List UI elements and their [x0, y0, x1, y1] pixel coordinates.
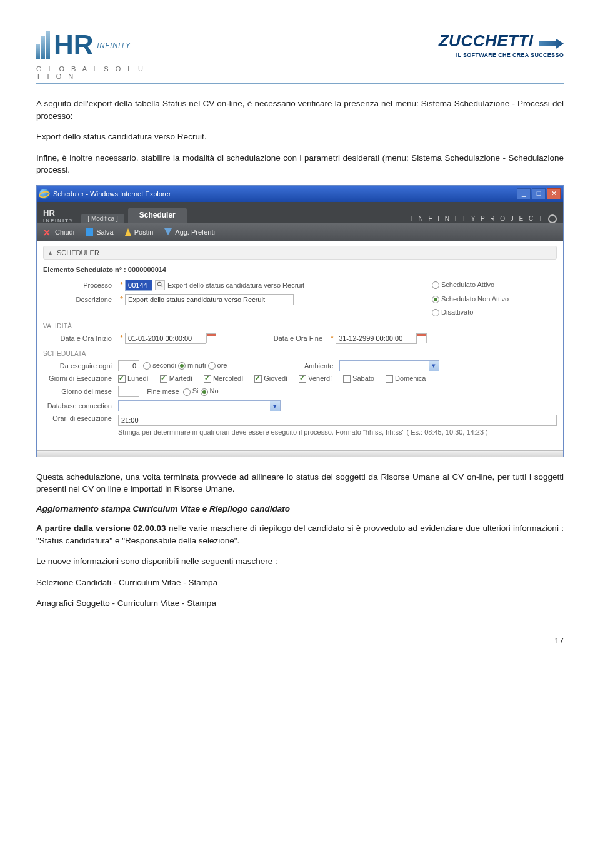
svg-line-1	[161, 286, 162, 288]
processo-input[interactable]	[125, 280, 152, 291]
required-icon: *	[118, 280, 125, 290]
orari-input[interactable]	[118, 415, 557, 426]
hr-logo-tagline: G L O B A L S O L U T I O N	[36, 65, 155, 80]
arrow-icon	[539, 39, 564, 49]
paragraph-1: A seguito dell'export della tabella Stat…	[36, 98, 564, 122]
check-sabato[interactable]: Sabato	[343, 375, 374, 383]
orari-hint: Stringa per determinare in quali orari d…	[118, 428, 557, 437]
validita-divider: VALIDITÀ	[43, 323, 557, 330]
hr-logo-sub: INFINITY	[98, 41, 131, 49]
db-connection-select[interactable]: ▾	[118, 400, 281, 411]
chevron-down-icon: ▾	[270, 401, 280, 411]
required-icon: *	[329, 333, 336, 343]
page-header: HR INFINITY G L O B A L S O L U T I O N …	[36, 31, 564, 84]
ie-icon	[39, 189, 49, 199]
giorno-mese-input[interactable]	[118, 386, 139, 397]
save-icon	[86, 228, 93, 236]
check-giovedi[interactable]: Giovedì	[254, 375, 288, 383]
maximize-button[interactable]: □	[532, 188, 546, 199]
check-lunedi[interactable]: Lunedì	[118, 375, 149, 383]
eseguire-ogni-input[interactable]	[118, 360, 139, 371]
paragraph-5: A partire dalla versione 02.00.03 nelle …	[36, 522, 564, 547]
ie-titlebar: Scheduler - Windows Internet Explorer _ …	[37, 186, 563, 202]
paragraph-7: Selezione Candidati - Curriculum Vitae -…	[36, 577, 564, 589]
elemento-label: Elemento Schedulato n° : 0000000014	[43, 266, 557, 273]
window-title: Scheduler - Windows Internet Explorer	[53, 190, 171, 198]
statusbar	[37, 450, 563, 457]
collapse-icon: ▴	[49, 249, 52, 256]
toolbar-save[interactable]: Salva	[86, 228, 114, 236]
paragraph-6: Le nuove informazioni sono disponibili n…	[36, 555, 564, 568]
toolbar-postin[interactable]: Postin	[125, 228, 154, 236]
close-icon: ✕	[43, 228, 52, 236]
fine-mese-label: Fine mese	[147, 388, 179, 395]
required-icon: *	[118, 333, 125, 343]
app-header: HR INFINITY [ Modifica ] Scheduler I N F…	[37, 202, 563, 223]
data-fine-input[interactable]	[336, 333, 417, 344]
radio-finemese-no[interactable]: No	[201, 387, 219, 395]
data-inizio-label: Data e Ora Inizio	[43, 335, 118, 342]
lookup-button[interactable]	[155, 280, 165, 290]
paragraph-2: Export dello status candidatura verso Re…	[36, 131, 564, 143]
giorni-label: Giorni di Esecuzione	[43, 375, 118, 382]
radio-ore[interactable]: ore	[208, 361, 228, 370]
radio-secondi[interactable]: secondi	[143, 361, 176, 370]
zucchetti-logo: ZUCCHETTI IL SOFTWARE CHE CREA SUCCESSO	[439, 31, 564, 58]
calendar-icon[interactable]	[417, 333, 427, 343]
close-button[interactable]: ✕	[547, 188, 561, 199]
hr-logo-text: HR	[54, 34, 94, 56]
check-venerdi[interactable]: Venerdì	[299, 375, 332, 383]
db-connection-label: Database connection	[43, 402, 118, 410]
hr-infinity-logo: HR INFINITY G L O B A L S O L U T I O N	[36, 31, 155, 80]
section-title: Aggiornamento stampa Curriculum Vitae e …	[36, 504, 564, 513]
toolbar: ✕Chiudi Salva Postin Agg. Preferiti	[37, 223, 563, 241]
radio-disattivato[interactable]: Disattivato	[432, 308, 473, 316]
svg-point-0	[158, 283, 161, 286]
descrizione-input[interactable]	[125, 294, 294, 305]
eseguire-ogni-label: Da eseguire ogni	[43, 362, 118, 370]
orari-label: Orari di esecuzione	[43, 415, 118, 422]
toolbar-close[interactable]: ✕Chiudi	[43, 228, 74, 236]
paragraph-4: Questa schedulazione, una volta terminat…	[36, 471, 564, 495]
paperplane-icon	[164, 228, 172, 235]
ambiente-select[interactable]: ▾	[339, 360, 439, 371]
minimize-button[interactable]: _	[517, 188, 531, 199]
check-domenica[interactable]: Domenica	[386, 375, 426, 383]
zucchetti-tagline: IL SOFTWARE CHE CREA SUCCESSO	[439, 52, 564, 58]
check-martedi[interactable]: Martedì	[160, 375, 192, 383]
infinity-project-label: I N F I N I T Y P R O J E C T	[411, 214, 557, 223]
page-number: 17	[36, 636, 564, 645]
schedulata-divider: SCHEDULATA	[43, 350, 557, 357]
toolbar-favorites[interactable]: Agg. Preferiti	[164, 228, 215, 236]
radio-attivo[interactable]: Schedulato Attivo	[432, 281, 494, 288]
pin-icon	[125, 228, 131, 236]
ring-icon	[548, 214, 557, 223]
processo-label: Processo	[43, 281, 118, 289]
section-scheduler[interactable]: ▴ SCHEDULER	[43, 246, 557, 260]
paragraph-3: Infine, è inoltre necessario, stabilire …	[36, 152, 564, 176]
required-icon: *	[118, 295, 125, 304]
data-fine-label: Data e Ora Fine	[254, 335, 329, 342]
paragraph-8: Anagrafici Soggetto - Curriculum Vitae -…	[36, 597, 564, 610]
tab-scheduler[interactable]: Scheduler	[128, 208, 187, 223]
giorno-mese-label: Giorno del mese	[43, 388, 118, 395]
tab-modifica[interactable]: [ Modifica ]	[81, 214, 124, 223]
check-mercoledi[interactable]: Mercoledì	[204, 375, 243, 383]
data-inizio-input[interactable]	[125, 333, 206, 344]
ambiente-label: Ambiente	[283, 362, 339, 370]
processo-desc: Export dello status candidatura verso Re…	[168, 281, 304, 289]
search-icon	[157, 281, 164, 288]
zucchetti-name: ZUCCHETTI	[439, 31, 534, 50]
chevron-down-icon: ▾	[429, 361, 439, 371]
radio-non-attivo[interactable]: Schedulato Non Attivo	[432, 295, 509, 303]
descrizione-label: Descrizione	[43, 296, 118, 303]
scheduler-screenshot: Scheduler - Windows Internet Explorer _ …	[36, 185, 564, 457]
radio-finemese-si[interactable]: Si	[183, 387, 199, 395]
calendar-icon[interactable]	[206, 333, 216, 343]
app-logo: HR INFINITY	[43, 208, 74, 223]
radio-minuti[interactable]: minuti	[178, 361, 206, 370]
